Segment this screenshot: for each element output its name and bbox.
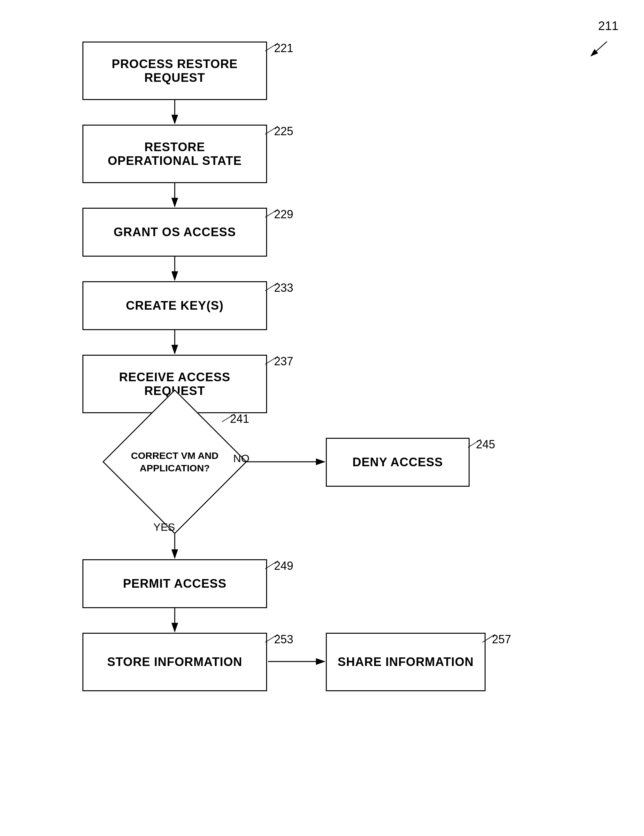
- svg-line-19: [265, 634, 278, 642]
- ref-245-arrow: [465, 438, 484, 451]
- ref-233-arrow: [262, 281, 281, 294]
- no-label: NO: [233, 452, 249, 465]
- ref-237-arrow: [262, 355, 281, 367]
- store-information-box: STORE INFORMATION: [82, 633, 267, 691]
- restore-operational-state-box: RESTOREOPERATIONAL STATE: [82, 125, 267, 183]
- yes-label: YES: [153, 521, 175, 533]
- ref-229-arrow: [262, 208, 281, 220]
- svg-line-20: [483, 634, 495, 642]
- grant-os-access-box: GRANT OS ACCESS: [82, 208, 267, 256]
- deny-access-box: DENY ACCESS: [326, 438, 470, 487]
- create-keys-box: CREATE KEY(S): [82, 281, 267, 330]
- ref-221-arrow: [262, 42, 281, 54]
- svg-line-17: [468, 439, 481, 447]
- ref-249-arrow: [262, 559, 281, 572]
- svg-line-15: [265, 356, 278, 364]
- flowchart-diagram: 211 PROCESS RESTOREREQUEST 221: [0, 0, 644, 836]
- svg-line-12: [265, 126, 278, 134]
- svg-line-11: [265, 43, 278, 51]
- correct-vm-application-diamond-wrapper: CORRECT VM ANDAPPLICATION?: [124, 411, 226, 513]
- svg-line-18: [265, 561, 278, 569]
- svg-line-1: [591, 42, 607, 56]
- svg-line-14: [265, 283, 278, 291]
- ref-253-arrow: [262, 633, 281, 645]
- permit-access-box: PERMIT ACCESS: [82, 559, 267, 608]
- svg-line-13: [265, 209, 278, 217]
- process-restore-request-box: PROCESS RESTOREREQUEST: [82, 42, 267, 100]
- ref-257-arrow: [479, 633, 498, 645]
- share-information-box: SHARE INFORMATION: [326, 633, 486, 691]
- ref-225-arrow: [262, 125, 281, 137]
- diagram-ref-number: 211: [598, 19, 618, 33]
